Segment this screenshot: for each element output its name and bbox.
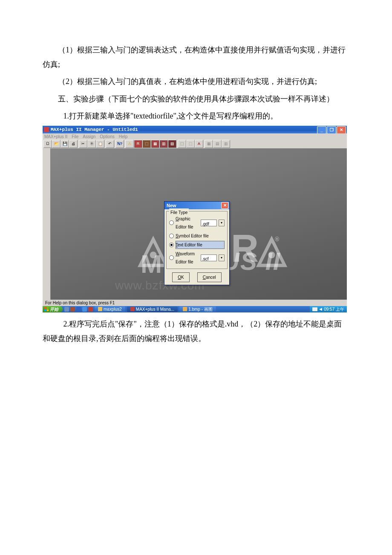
toolbar-icon[interactable]: ▦ xyxy=(151,140,159,148)
toolbar-icon[interactable]: R xyxy=(134,140,142,148)
radio-label: Graphic Editor file xyxy=(176,215,199,231)
toolbar-icon[interactable]: ▦ xyxy=(205,140,213,148)
system-tray: ◀ 09:57 上午 xyxy=(310,306,347,312)
minimize-button[interactable]: _ xyxy=(317,126,326,134)
toolbar-print-icon[interactable]: 🖨 xyxy=(69,140,78,148)
toolbar-icon[interactable]: ▥ xyxy=(159,140,168,148)
toolbar-save-icon[interactable]: 💾 xyxy=(61,140,69,148)
toolbar-help-icon[interactable]: ℕ? xyxy=(115,140,124,148)
ext-dropdown[interactable]: .scf xyxy=(201,254,217,261)
quick-launch-icon[interactable] xyxy=(88,307,93,312)
tray-arrow-icon[interactable]: ◀ xyxy=(319,306,322,313)
paragraph-4: 1.打开新建菜单选择"textedtiorfile",这个文件是写程序编程用的。 xyxy=(43,109,349,123)
radio-label: Waveform Editor file xyxy=(176,250,199,266)
quick-launch-icon[interactable] xyxy=(64,307,69,312)
radio-text-editor[interactable]: Text Editor file xyxy=(169,241,225,249)
radio-icon xyxy=(169,255,174,260)
toolbar-new-icon[interactable]: 🗋 xyxy=(43,140,52,148)
toolbar-paste-icon[interactable]: 📋 xyxy=(96,140,104,148)
toolbar-icon[interactable]: ⬚ xyxy=(142,140,151,148)
left-sidebar xyxy=(43,148,51,300)
ext-dropdown[interactable]: .gdf xyxy=(201,220,217,226)
radio-label: Symbol Editor file xyxy=(176,232,225,240)
radio-icon xyxy=(169,243,174,247)
toolbar-cut-icon[interactable]: ✂ xyxy=(79,140,87,148)
taskbar-item-maxplus-manager[interactable]: MAX+plus II Mana... xyxy=(127,306,178,312)
quick-launch-icon[interactable] xyxy=(76,307,81,312)
watermark-letter: US II xyxy=(222,238,281,285)
toolbar: 🗋 📂 💾 🖨 ✂ ⎘ 📋 ↶ ℕ? ⚠ R ⬚ ▦ ▥ ▨ ⬚ ⬚ A ▦ xyxy=(43,140,347,148)
ok-button[interactable]: OK xyxy=(172,272,189,282)
taskbar-item-maxplus2[interactable]: maxplus2 xyxy=(95,306,125,312)
quick-launch-icon[interactable] xyxy=(82,307,87,312)
app-icon xyxy=(130,307,135,311)
quick-launch-icon[interactable] xyxy=(70,307,75,312)
chevron-down-icon[interactable]: ▾ xyxy=(219,254,225,261)
radio-label: Text Editor file xyxy=(176,241,225,249)
paragraph-5: 2.程序写完后点"保存"，注意（1）保存的格式是.vhd，（2）保存的地址不能是… xyxy=(43,317,349,346)
close-button[interactable]: ✕ xyxy=(337,126,346,134)
keyboard-icon[interactable] xyxy=(312,307,317,311)
toolbar-icon[interactable]: ▥ xyxy=(222,140,230,148)
radio-icon xyxy=(169,220,174,225)
windows-taskbar: 开始 maxplus2 MAX+plus II Mana... 1.bmp - … xyxy=(43,306,347,312)
toolbar-icon[interactable]: A xyxy=(195,140,203,148)
radio-graphic-editor[interactable]: Graphic Editor file .gdf ▾ xyxy=(169,215,225,231)
workarea: ◬ R◬ ® M US II www.bzfxw.com New ✕ File … xyxy=(43,148,347,300)
paint-icon xyxy=(183,307,187,311)
dialog-close-button[interactable]: ✕ xyxy=(221,202,228,209)
paragraph-2: （2）根据三输入与门的真值表，在构造体中使用进程语句实现，并进行仿真; xyxy=(43,74,349,89)
toolbar-warning-icon[interactable]: ⚠ xyxy=(125,140,134,148)
cancel-button[interactable]: Cancel xyxy=(197,272,222,282)
toolbar-undo-icon[interactable]: ↶ xyxy=(106,140,114,148)
new-file-dialog: New ✕ File Type Graphic Editor file .gdf… xyxy=(164,201,230,285)
toolbar-icon[interactable]: ⬚ xyxy=(186,140,195,148)
toolbar-icon[interactable]: ⬚ xyxy=(178,140,186,148)
app-icon xyxy=(44,127,49,132)
paragraph-3: 五、实验步骤（下面七个的实验的软件的使用具体步骤跟本次试验一样不再详述） xyxy=(43,92,349,106)
start-label: 开始 xyxy=(50,305,58,313)
task-label: maxplus2 xyxy=(104,305,122,313)
windows-logo-icon xyxy=(44,307,49,311)
radio-symbol-editor[interactable]: Symbol Editor file xyxy=(169,232,225,240)
toolbar-icon[interactable]: ▨ xyxy=(168,140,176,148)
task-label: MAX+plus II Mana... xyxy=(136,305,174,313)
radio-waveform-editor[interactable]: Waveform Editor file .scf ▾ xyxy=(169,250,225,266)
toolbar-copy-icon[interactable]: ⎘ xyxy=(87,140,96,148)
menubar: MAX+plus II File Assign Options Help xyxy=(43,133,347,140)
toolbar-open-icon[interactable]: 📂 xyxy=(52,140,61,148)
radio-icon xyxy=(169,234,174,238)
screenshot-maxplus-new-dialog: MAX+plus II Manager - Untitled1 _ ❐ ✕ MA… xyxy=(43,126,347,312)
chevron-down-icon[interactable]: ▾ xyxy=(219,220,225,226)
toolbar-icon[interactable]: ▤ xyxy=(213,140,222,148)
task-label: 1.bmp - 画图 xyxy=(188,305,213,313)
group-label: File Type xyxy=(169,208,189,217)
restore-button[interactable]: ❐ xyxy=(327,126,336,134)
taskbar-item-paint[interactable]: 1.bmp - 画图 xyxy=(179,306,216,312)
folder-icon xyxy=(98,307,102,311)
start-button[interactable]: 开始 xyxy=(43,306,63,312)
paragraph-1: （1）根据三输入与门的逻辑表达式，在构造体中直接使用并行赋值语句实现，并进行仿真… xyxy=(43,43,349,72)
quick-launch xyxy=(64,307,93,312)
file-type-group: File Type Graphic Editor file .gdf ▾ Sym… xyxy=(166,211,228,269)
clock: 09:57 上午 xyxy=(324,305,344,313)
